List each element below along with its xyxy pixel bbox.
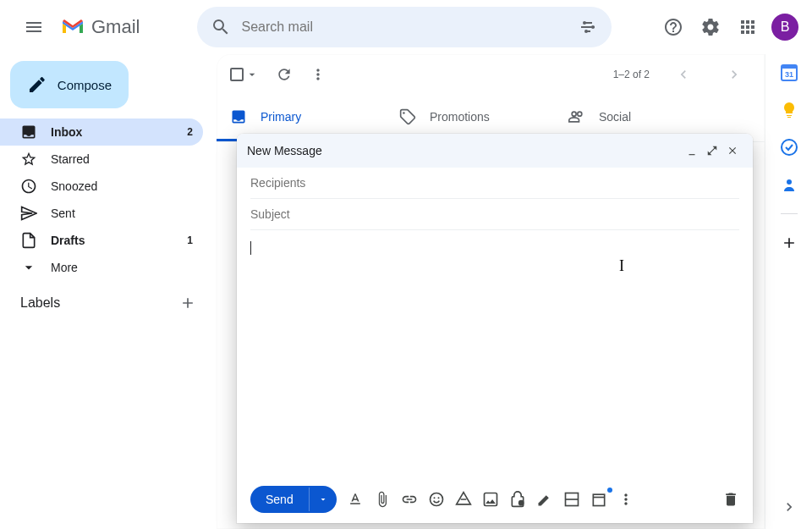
more-button[interactable] [310,66,326,83]
more-vert-icon [310,66,326,83]
send-icon [20,205,37,222]
add-label-button[interactable] [179,295,196,311]
contacts-icon [781,176,798,193]
send-button[interactable]: Send [250,486,337,513]
star-icon [20,151,37,168]
insert-photo-button[interactable] [482,491,499,508]
compose-more-button[interactable] [617,491,634,508]
svg-rect-15 [593,494,604,505]
send-options-button[interactable] [309,488,337,511]
search-options-icon[interactable] [578,17,598,37]
support-button[interactable] [656,10,690,44]
prev-page-button[interactable] [667,58,700,91]
subject-input[interactable] [250,199,739,229]
sidebar-item-inbox[interactable]: Inbox 2 [0,118,203,146]
svg-point-11 [437,497,439,499]
side-panel: 31 [765,54,812,529]
close-icon [727,145,738,157]
hamburger-icon [24,17,44,37]
svg-point-9 [430,493,442,506]
compose-body[interactable] [237,230,753,476]
close-button[interactable] [722,141,743,161]
settings-button[interactable] [694,10,727,44]
labels-header: Labels [0,281,217,318]
attachment-icon [374,491,391,508]
formatting-button[interactable] [347,491,364,508]
apps-button[interactable] [731,10,765,44]
inbox-tab-icon [230,108,247,125]
tag-icon [399,108,416,125]
confidential-button[interactable] [509,491,526,508]
get-addons-button[interactable] [781,234,798,251]
svg-point-3 [403,112,405,114]
next-page-button[interactable] [717,58,751,91]
rail-divider [781,213,798,214]
svg-point-8 [787,179,792,185]
tasks-app-button[interactable] [781,139,798,156]
discard-draft-button[interactable] [722,491,739,508]
tab-label: Primary [261,110,301,124]
compose-toolbar: Send [237,476,753,523]
attach-button[interactable] [374,491,391,508]
insert-emoji-button[interactable] [428,491,445,508]
nav-label: Starred [51,152,193,166]
recipients-input[interactable] [250,168,739,198]
account-avatar[interactable]: B [771,14,798,41]
search-input[interactable] [241,19,568,35]
text-cursor [250,240,251,254]
pagination-info: 1–2 of 2 [613,69,650,80]
chevron-right-icon [781,499,798,515]
minimize-button[interactable] [682,141,702,161]
app-name: Gmail [91,16,140,38]
calendar-icon: 31 [781,64,798,81]
link-icon [401,491,418,508]
sidebar-item-snoozed[interactable]: Snoozed [0,173,203,200]
inbox-icon [20,124,37,141]
refresh-icon [276,66,293,83]
sidebar: Compose Inbox 2 Starred Snoozed Sent Dra… [0,54,217,529]
svg-point-1 [591,25,595,29]
insert-link-button[interactable] [401,491,418,508]
hide-panel-button[interactable] [781,499,798,515]
sidebar-item-more[interactable]: More [0,254,203,281]
send-label: Send [250,486,309,513]
clock-icon [20,178,37,195]
svg-point-2 [584,30,588,33]
sidebar-item-sent[interactable]: Sent [0,200,203,227]
nav-count: 2 [187,126,193,138]
gmail-logo-icon [61,18,85,36]
calendar-app-button[interactable]: 31 [781,64,798,81]
lock-clock-icon [509,491,526,508]
nav-label: More [51,261,193,274]
svg-point-0 [583,21,586,25]
insert-drive-button[interactable] [455,491,472,508]
layout-icon [563,491,580,508]
fullscreen-button[interactable] [702,141,722,161]
compose-button[interactable]: Compose [10,61,129,108]
nav-label: Sent [51,207,193,220]
help-icon [663,17,683,37]
main-menu-button[interactable] [14,7,54,47]
sidebar-item-starred[interactable]: Starred [0,146,203,173]
nav-label: Inbox [51,125,173,139]
calendar-event-icon [590,491,607,508]
keep-icon [781,102,798,118]
insert-signature-button[interactable] [536,491,553,508]
minimize-icon [686,145,698,157]
select-all[interactable] [230,68,259,81]
schedule-button[interactable] [590,491,607,508]
nav-label: Drafts [51,234,173,247]
mouse-text-cursor [619,257,628,273]
recipients-field[interactable] [250,168,739,199]
contacts-app-button[interactable] [781,176,798,193]
compose-header[interactable]: New Message [237,134,753,168]
people-icon [568,108,585,125]
sidebar-item-drafts[interactable]: Drafts 1 [0,227,203,254]
search-bar[interactable] [197,7,612,47]
logo[interactable]: Gmail [61,16,140,38]
subject-field[interactable] [250,199,739,230]
pen-icon [536,491,553,508]
layout-button[interactable] [563,491,580,508]
refresh-button[interactable] [276,66,293,83]
keep-app-button[interactable] [781,102,798,118]
